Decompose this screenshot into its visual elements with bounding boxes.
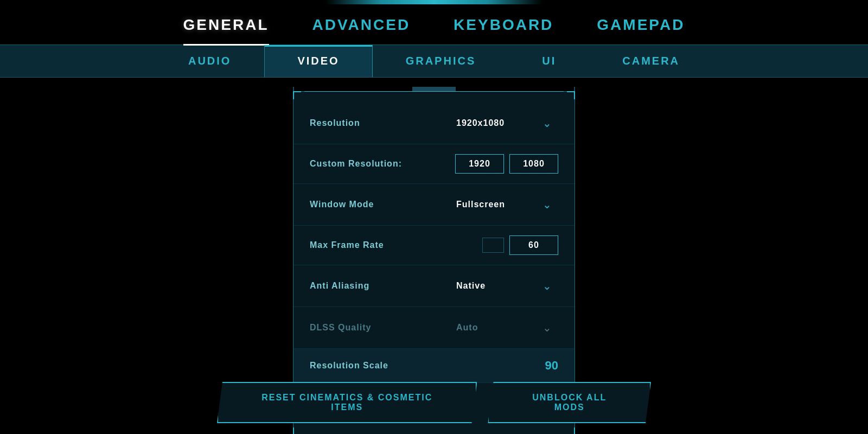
sub-nav-video[interactable]: VIDEO xyxy=(264,45,372,77)
corner-bl xyxy=(293,427,301,434)
sub-nav-graphics[interactable]: GRAPHICS xyxy=(373,45,509,77)
main-nav-general[interactable]: GENERAL xyxy=(183,16,269,34)
custom-resolution-width-input[interactable] xyxy=(455,154,504,174)
dlss-quality-value: Auto xyxy=(456,323,478,333)
max-frame-rate-label: Max Frame Rate xyxy=(310,240,384,250)
resolution-dropdown[interactable]: 1920x1080 ⌄ xyxy=(450,112,558,134)
chevron-down-icon: ⌄ xyxy=(542,117,552,130)
anti-aliasing-control: Native ⌄ xyxy=(450,275,558,297)
custom-resolution-row: Custom Resolution: xyxy=(293,144,575,184)
top-connector xyxy=(412,87,456,91)
dlss-quality-label: DLSS Quality xyxy=(310,323,371,333)
sub-nav-camera[interactable]: CAMERA xyxy=(589,45,713,77)
corner-tl xyxy=(293,91,301,99)
anti-aliasing-label: Anti Aliasing xyxy=(310,281,369,291)
max-frame-rate-control xyxy=(482,235,558,255)
main-nav-advanced[interactable]: ADVANCED xyxy=(312,16,411,34)
dlss-quality-control: Auto ⌄ xyxy=(450,317,558,339)
chevron-down-icon: ⌄ xyxy=(542,321,552,334)
window-mode-control: Fullscreen ⌄ xyxy=(450,194,558,215)
sub-nav-audio[interactable]: AUDIO xyxy=(155,45,264,77)
window-mode-dropdown[interactable]: Fullscreen ⌄ xyxy=(450,194,558,215)
chevron-down-icon: ⌄ xyxy=(542,198,552,211)
max-frame-rate-input[interactable] xyxy=(509,235,558,255)
resolution-control: 1920x1080 ⌄ xyxy=(450,112,558,134)
main-nav: GENERAL ADVANCED KEYBOARD GAMEPAD xyxy=(0,0,868,44)
resolution-value: 1920x1080 xyxy=(456,118,505,128)
frame-rate-toggle[interactable] xyxy=(482,238,504,253)
anti-aliasing-row: Anti Aliasing Native ⌄ xyxy=(293,265,575,307)
window-mode-row: Window Mode Fullscreen ⌄ xyxy=(293,184,575,226)
sub-nav-ui[interactable]: UI xyxy=(509,45,589,77)
resolution-scale-label: Resolution Scale xyxy=(310,361,388,371)
bottom-buttons: RESET CINEMATICS & COSMETIC ITEMS UNBLOC… xyxy=(217,382,651,423)
window-mode-label: Window Mode xyxy=(310,200,374,209)
resolution-scale-row: Resolution Scale 90 xyxy=(293,349,575,383)
chevron-down-icon: ⌄ xyxy=(542,279,552,292)
sub-nav: AUDIO VIDEO GRAPHICS UI CAMERA xyxy=(0,44,868,78)
reset-cinematics-button[interactable]: RESET CINEMATICS & COSMETIC ITEMS xyxy=(217,382,477,423)
resolution-scale-control: 90 xyxy=(545,359,558,373)
resolution-row: Resolution 1920x1080 ⌄ xyxy=(293,103,575,144)
resolution-scale-value: 90 xyxy=(545,359,558,373)
custom-resolution-label: Custom Resolution: xyxy=(310,159,402,169)
dlss-quality-row: DLSS Quality Auto ⌄ xyxy=(293,307,575,349)
corner-tr xyxy=(567,91,575,99)
main-nav-gamepad[interactable]: GAMEPAD xyxy=(597,16,685,34)
anti-aliasing-value: Native xyxy=(456,281,486,291)
max-frame-rate-row: Max Frame Rate xyxy=(293,226,575,265)
unblock-mods-button[interactable]: UNBLOCK ALL MODS xyxy=(488,382,651,423)
dlss-quality-dropdown: Auto ⌄ xyxy=(450,317,558,339)
corner-br xyxy=(567,427,575,434)
window-mode-value: Fullscreen xyxy=(456,200,505,209)
resolution-label: Resolution xyxy=(310,118,360,128)
custom-resolution-control xyxy=(455,154,558,174)
custom-resolution-height-input[interactable] xyxy=(509,154,558,174)
anti-aliasing-dropdown[interactable]: Native ⌄ xyxy=(450,275,558,297)
main-nav-keyboard[interactable]: KEYBOARD xyxy=(454,16,553,34)
